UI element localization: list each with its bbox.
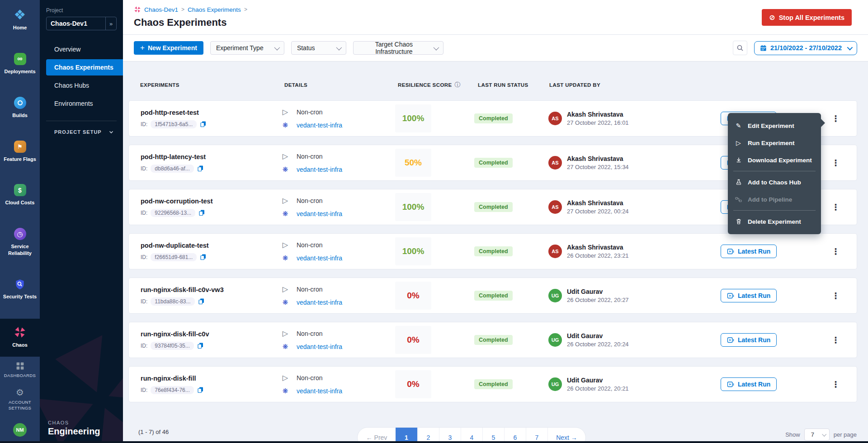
nav-builds[interactable]: Builds bbox=[0, 92, 40, 124]
menu-add-to-chaos-hub[interactable]: Add to Chaos Hub bbox=[728, 174, 821, 191]
copy-icon[interactable] bbox=[197, 386, 204, 393]
updated-date: 26 October 2022, 20:24 bbox=[567, 341, 629, 348]
resilience-score: 50% bbox=[395, 149, 431, 177]
stop-all-experiments-button[interactable]: ⊘ Stop All Experiments bbox=[762, 9, 852, 26]
experiment-name[interactable]: pod-nw-corruption-test bbox=[141, 198, 277, 205]
page-button[interactable]: 7 bbox=[526, 428, 547, 443]
infrastructure-link[interactable]: vedant-test-infra bbox=[297, 343, 342, 350]
menu-edit-experiment[interactable]: ✎ Edit Experiment bbox=[728, 117, 821, 134]
infrastructure-link[interactable]: vedant-test-infra bbox=[297, 122, 342, 129]
latest-run-button[interactable]: Latest Run bbox=[721, 289, 777, 302]
experiment-name[interactable]: run-nginx-disk-fill-c0v bbox=[141, 330, 277, 338]
nav-dashboards[interactable]: DASHBOARDS bbox=[0, 357, 40, 383]
nav-deployments[interactable]: ∞ Deployments bbox=[0, 48, 40, 80]
updated-date: 27 October 2022, 15:34 bbox=[567, 164, 629, 170]
breadcrumb-project-link[interactable]: Chaos-Dev1 bbox=[144, 6, 178, 13]
nav-feature-flags[interactable]: ⚑ Feature Flags bbox=[0, 136, 40, 168]
date-range-label: 21/10/2022 - 27/10/2022 bbox=[770, 44, 842, 52]
kebab-menu-icon[interactable]: ⋮ bbox=[829, 201, 843, 213]
kebab-menu-icon[interactable]: ⋮ bbox=[829, 113, 843, 125]
copy-icon[interactable] bbox=[197, 165, 204, 172]
kebab-menu-icon[interactable]: ⋮ bbox=[829, 378, 843, 391]
module-eyebrow: CHAOS bbox=[48, 420, 100, 425]
experiment-type-filter[interactable]: Experiment Type bbox=[210, 41, 284, 55]
feature-flags-icon: ⚑ bbox=[14, 141, 26, 153]
module-name: Engineering bbox=[48, 426, 100, 437]
chevron-down-icon bbox=[822, 432, 826, 437]
kebab-menu-icon[interactable]: ⋮ bbox=[829, 245, 843, 258]
page-button[interactable]: 4 bbox=[461, 428, 482, 443]
sidebar-item-overview[interactable]: Overview bbox=[46, 41, 117, 57]
project-setup-toggle[interactable]: PROJECT SETUP bbox=[46, 129, 117, 135]
sidebar-item-chaos-experiments[interactable]: Chaos Experiments bbox=[46, 59, 123, 75]
kebab-menu-icon[interactable]: ⋮ bbox=[829, 157, 843, 169]
prev-page-button[interactable]: ← Prev bbox=[358, 428, 396, 443]
infrastructure-link[interactable]: vedant-test-infra bbox=[297, 299, 342, 306]
plus-icon: + bbox=[140, 43, 145, 52]
page-button[interactable]: 1 bbox=[396, 428, 417, 443]
sidebar-item-chaos-hubs[interactable]: Chaos Hubs bbox=[46, 77, 117, 94]
page-size-select[interactable]: 7 bbox=[804, 429, 830, 441]
search-icon bbox=[736, 44, 744, 52]
menu-download-experiment[interactable]: Download Experiment bbox=[728, 151, 821, 169]
target-infrastructure-filter[interactable]: Target Chaos Infrastructure bbox=[353, 41, 443, 55]
experiment-name[interactable]: pod-nw-duplicate-test bbox=[141, 242, 277, 249]
resilience-score: 0% bbox=[395, 282, 431, 310]
nav-cloud-costs[interactable]: $ Cloud Costs bbox=[0, 179, 40, 211]
kebab-menu-icon[interactable]: ⋮ bbox=[829, 334, 843, 346]
page-button[interactable]: 5 bbox=[482, 428, 504, 443]
pagination-summary: (1 - 7) of 46 bbox=[138, 429, 169, 435]
infrastructure-link[interactable]: vedant-test-infra bbox=[297, 210, 342, 217]
page-button[interactable]: 2 bbox=[417, 428, 439, 443]
menu-delete-experiment[interactable]: Delete Experiment bbox=[728, 213, 821, 230]
sidebar-item-environments[interactable]: Environments bbox=[46, 95, 117, 112]
new-experiment-button[interactable]: + New Experiment bbox=[134, 41, 203, 55]
home-icon: ❖ bbox=[14, 9, 26, 21]
infrastructure-link[interactable]: vedant-test-infra bbox=[297, 254, 342, 262]
nav-chaos[interactable]: Chaos bbox=[0, 319, 40, 357]
latest-run-button[interactable]: Latest Run bbox=[721, 333, 777, 347]
nav-service-reliability[interactable]: ◷ Service Reliability bbox=[0, 223, 40, 262]
copy-icon[interactable] bbox=[200, 121, 207, 127]
nav-security-tests[interactable]: Security Tests bbox=[0, 273, 40, 305]
nav-account-settings[interactable]: ⚙ ACCOUNT SETTINGS bbox=[0, 383, 40, 416]
page-button[interactable]: 3 bbox=[439, 428, 461, 443]
latest-run-button[interactable]: Latest Run bbox=[721, 245, 777, 258]
menu-run-experiment[interactable]: ▷ Run Experiment bbox=[728, 134, 821, 151]
service-reliability-icon: ◷ bbox=[14, 228, 26, 240]
resilience-score: 100% bbox=[395, 104, 431, 132]
search-button[interactable] bbox=[733, 41, 747, 55]
kebab-menu-icon[interactable]: ⋮ bbox=[829, 290, 843, 302]
infrastructure-link[interactable]: vedant-test-infra bbox=[297, 387, 342, 395]
project-selector[interactable]: Chaos-Dev1 » bbox=[46, 17, 117, 30]
updated-date: 27 October 2022, 16:01 bbox=[567, 119, 629, 126]
project-label: Project bbox=[46, 7, 117, 14]
status-filter[interactable]: Status bbox=[291, 41, 346, 55]
user-avatar[interactable]: NM bbox=[13, 423, 27, 437]
edit-icon: ✎ bbox=[735, 122, 742, 129]
infrastructure-link[interactable]: vedant-test-infra bbox=[297, 166, 342, 173]
expand-project-icon[interactable]: » bbox=[105, 17, 116, 30]
breadcrumb-separator: > bbox=[244, 6, 247, 13]
copy-icon[interactable] bbox=[200, 254, 207, 260]
copy-icon[interactable] bbox=[198, 209, 205, 216]
next-page-button[interactable]: Next → bbox=[547, 428, 585, 443]
experiment-name[interactable]: run-nginx-disk-fill bbox=[141, 375, 277, 382]
id-label: ID: bbox=[141, 387, 147, 393]
page-button[interactable]: 6 bbox=[504, 428, 526, 443]
experiment-name[interactable]: pod-http-reset-test bbox=[141, 109, 277, 116]
nav-home[interactable]: ❖ Home bbox=[0, 4, 40, 36]
breadcrumb-page-link[interactable]: Chaos Experiments bbox=[188, 6, 241, 13]
experiment-name[interactable]: pod-http-latency-test bbox=[141, 153, 277, 160]
experiment-name[interactable]: run-nginx-disk-fill-c0v-vw3 bbox=[141, 286, 277, 293]
info-icon[interactable]: ⓘ bbox=[455, 81, 461, 89]
copy-icon[interactable] bbox=[198, 298, 205, 305]
sidebar-divider bbox=[46, 121, 117, 121]
date-range-picker[interactable]: 21/10/2022 - 27/10/2022 bbox=[754, 41, 857, 55]
column-details: DETAILS bbox=[276, 82, 389, 88]
copy-icon[interactable] bbox=[197, 342, 204, 349]
toolbar: + New Experiment Experiment Type Status … bbox=[123, 34, 868, 61]
avatar: AS bbox=[548, 245, 562, 258]
column-last-run-status: LAST RUN STATUS bbox=[472, 82, 542, 88]
latest-run-button[interactable]: Latest Run bbox=[721, 377, 777, 391]
